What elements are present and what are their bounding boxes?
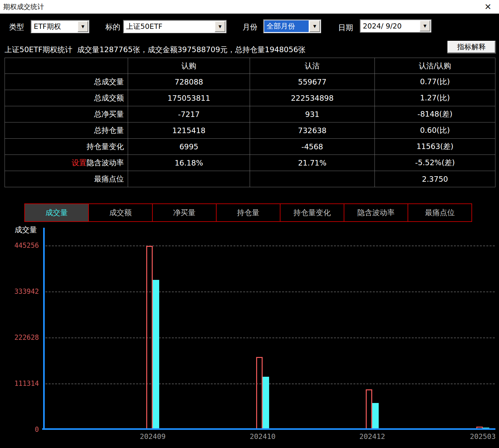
underlying-select-value: 上证50ETF <box>124 21 214 32</box>
row-label-cell: 设置隐含波动率 <box>5 155 128 171</box>
indicator-explain-button[interactable]: 指标解释 <box>447 41 495 53</box>
chevron-down-icon[interactable]: ▼ <box>215 21 225 32</box>
table-row: 总成交量7280885596770.77(比) <box>5 74 495 90</box>
call-value: -7217 <box>128 106 250 122</box>
row-label-cell: 总净买量 <box>5 106 128 122</box>
call-value: 728088 <box>128 74 250 90</box>
tab-open-interest[interactable]: 持仓量 <box>216 203 280 222</box>
month-select-value: 全部月份 <box>264 20 309 32</box>
row-label-cell: 总成交额 <box>5 90 128 106</box>
tab-oi-change[interactable]: 持仓量变化 <box>280 203 344 222</box>
gridline <box>45 338 495 338</box>
gridline <box>45 292 495 292</box>
table-row: 总成交额1750538112225348981.27(比) <box>5 90 495 106</box>
tab-max-pain[interactable]: 最痛点位 <box>408 203 472 222</box>
put-value: 222534898 <box>250 90 374 106</box>
month-select[interactable]: 全部月份 ▼ <box>263 19 321 33</box>
row-label: 总成交额 <box>94 93 124 103</box>
stats-table: 认购认沽认沽/认购总成交量7280885596770.77(比)总成交额1750… <box>5 58 495 187</box>
chevron-down-icon[interactable]: ▼ <box>420 20 430 31</box>
bar-认沽-202409 <box>153 280 159 430</box>
tab-implied-volatility[interactable]: 隐含波动率 <box>344 203 408 222</box>
put-value <box>250 171 374 187</box>
options-statistics-window: 期权成交统计 ✕ 类型 ETF期权 ▼ 标的 上证50ETF ▼ 月份 全部月份… <box>0 0 499 448</box>
put-value: 931 <box>250 106 374 122</box>
type-select-value: ETF期权 <box>31 21 77 32</box>
window-title: 期权成交统计 <box>3 2 44 11</box>
type-label: 类型 <box>9 22 24 32</box>
tab-turnover[interactable]: 成交额 <box>88 203 153 222</box>
row-label-cell: 总持仓量 <box>5 122 128 138</box>
y-tick-label: 445256 <box>6 242 39 249</box>
date-label: 日期 <box>338 23 353 33</box>
row-label: 总持仓量 <box>94 125 124 135</box>
tab-net-buy[interactable]: 净买量 <box>152 203 217 222</box>
bar-认沽-202410 <box>263 377 269 430</box>
column-header: 认沽 <box>250 58 374 74</box>
table-row: 设置隐含波动率16.18%21.71%-5.52%(差) <box>5 155 495 171</box>
settings-link[interactable]: 设置 <box>72 158 87 168</box>
underlying-select[interactable]: 上证50ETF ▼ <box>123 20 226 33</box>
chart-tabs: 成交量成交额净买量持仓量持仓量变化隐含波动率最痛点位 <box>24 203 472 222</box>
x-tick-label: 202409 <box>130 432 175 441</box>
row-label: 总净买量 <box>94 109 124 119</box>
table-row: 总持仓量12154187326380.60(比) <box>5 122 495 138</box>
column-header: 认沽/认购 <box>374 58 495 74</box>
row-label: 隐含波动率 <box>87 158 124 168</box>
ratio-value: 0.60(比) <box>374 122 495 138</box>
call-value: 1215418 <box>128 122 250 138</box>
bar-认购-202409 <box>146 246 153 430</box>
call-value: 16.18% <box>128 155 250 171</box>
column-header: 认购 <box>128 58 250 74</box>
y-tick-label: 222628 <box>6 334 39 341</box>
table-row: 最痛点位2.3750 <box>5 171 495 187</box>
underlying-label: 标的 <box>105 22 120 32</box>
date-picker[interactable]: 2024/ 9/20 ▼ <box>360 19 431 32</box>
y-tick-label: 333942 <box>6 288 39 295</box>
ratio-value: 1.27(比) <box>374 90 495 106</box>
x-tick-label: 202412 <box>350 432 395 441</box>
column-header <box>5 58 128 74</box>
row-label: 总成交量 <box>94 77 124 87</box>
bar-认购-202412 <box>366 389 372 430</box>
row-label-cell: 持仓量变化 <box>5 139 128 155</box>
summary-text: 上证50ETF期权统计 成交量1287765张，成交金额397588709元，总… <box>5 45 305 55</box>
volume-chart: 成交量 011131422262833394244525620240920241… <box>0 224 499 448</box>
ratio-value: 11563(差) <box>374 139 495 155</box>
table-row: 持仓量变化6995-456811563(差) <box>5 138 495 155</box>
row-label-cell: 最痛点位 <box>5 171 128 187</box>
table-header-row: 认购认沽认沽/认购 <box>5 58 495 74</box>
ratio-value: -5.52%(差) <box>374 155 495 171</box>
title-bar: 期权成交统计 ✕ <box>0 0 499 14</box>
ratio-value: 2.3750 <box>374 171 495 187</box>
call-value: 175053811 <box>128 90 250 106</box>
put-value: 732638 <box>250 122 374 138</box>
x-axis <box>42 428 495 430</box>
chart-title: 成交量 <box>15 225 37 235</box>
put-value: 559677 <box>250 74 374 90</box>
tab-volume[interactable]: 成交量 <box>24 203 89 222</box>
row-label: 最痛点位 <box>94 174 124 184</box>
call-value: 6995 <box>128 139 250 155</box>
put-value: -4568 <box>250 139 374 155</box>
type-select[interactable]: ETF期权 ▼ <box>31 20 89 33</box>
close-icon[interactable]: ✕ <box>482 1 494 12</box>
bar-认购-202410 <box>256 357 263 430</box>
date-picker-value: 2024/ 9/20 <box>361 20 419 32</box>
x-tick-label: 202410 <box>240 432 285 441</box>
ratio-value: -8148(差) <box>374 106 495 122</box>
gridline <box>45 246 495 246</box>
gridline <box>45 384 495 384</box>
call-value <box>128 171 250 187</box>
y-axis <box>43 228 45 430</box>
y-tick-label: 0 <box>6 426 39 433</box>
chevron-down-icon[interactable]: ▼ <box>77 21 88 32</box>
x-tick-label: 202503 <box>460 432 499 441</box>
bar-认沽-202412 <box>372 403 379 430</box>
row-label: 持仓量变化 <box>87 142 124 152</box>
y-tick-label: 111314 <box>6 380 39 387</box>
put-value: 21.71% <box>250 155 374 171</box>
table-row: 总净买量-7217931-8148(差) <box>5 106 495 122</box>
month-label: 月份 <box>243 22 257 32</box>
chevron-down-icon[interactable]: ▼ <box>309 20 320 32</box>
